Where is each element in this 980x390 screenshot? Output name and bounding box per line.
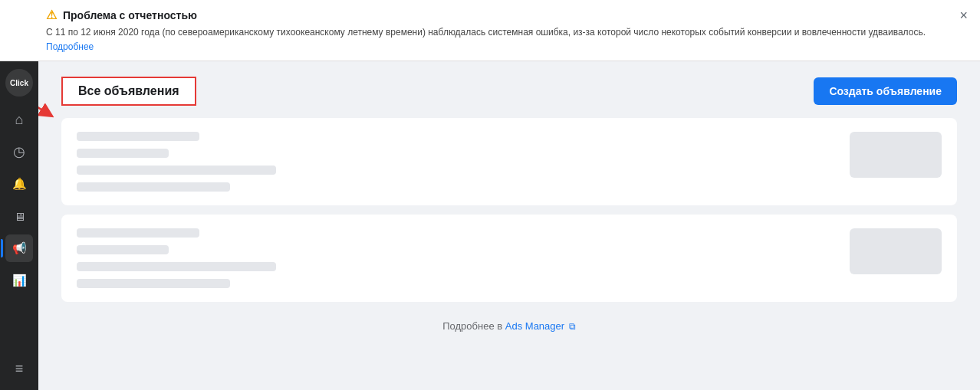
content-header: Все объявления Создать объявление bbox=[61, 77, 957, 106]
skeleton-line bbox=[77, 228, 199, 238]
title-wrapper: Все объявления bbox=[61, 77, 196, 106]
svg-line-0 bbox=[38, 75, 48, 113]
analytics-icon: 📊 bbox=[12, 274, 27, 287]
create-ad-button[interactable]: Создать объявление bbox=[814, 77, 957, 105]
sidebar-logo[interactable]: Click bbox=[5, 69, 33, 97]
sidebar-item-home[interactable]: ⌂ bbox=[5, 106, 33, 133]
skeleton-line bbox=[77, 149, 169, 158]
page-title: Все объявления bbox=[61, 77, 196, 106]
banner-close-button[interactable]: × bbox=[959, 8, 968, 24]
banner-link[interactable]: Подробнее bbox=[46, 41, 94, 52]
skeleton-line bbox=[77, 182, 230, 192]
sidebar-item-analytics[interactable]: 📊 bbox=[5, 267, 33, 294]
sidebar-item-notifications[interactable]: 🔔 bbox=[5, 170, 33, 198]
ad-card-1 bbox=[61, 118, 957, 205]
pages-icon: 🖥 bbox=[14, 210, 25, 223]
card-left-2 bbox=[77, 228, 834, 288]
history-icon: ◷ bbox=[13, 143, 25, 160]
warning-banner: ⚠ Проблема с отчетностью С 11 по 12 июня… bbox=[0, 0, 980, 61]
ads-icon: 📢 bbox=[12, 241, 27, 255]
sidebar: Click ⌂ ◷ 🔔 🖥 📢 📊 ≡ bbox=[0, 61, 38, 390]
footer: Подробнее в Ads Manager ⧉ bbox=[61, 311, 957, 335]
banner-text: С 11 по 12 июня 2020 года (по североамер… bbox=[46, 25, 928, 39]
home-icon: ⌂ bbox=[15, 112, 24, 128]
skeleton-line bbox=[77, 132, 199, 141]
card-right-2 bbox=[850, 228, 942, 274]
sidebar-logo-text: Click bbox=[10, 79, 28, 87]
sidebar-item-ads[interactable]: 📢 bbox=[5, 234, 33, 262]
red-arrow-annotation bbox=[38, 67, 63, 129]
card-left-1 bbox=[77, 132, 834, 192]
sidebar-item-pages[interactable]: 🖥 bbox=[5, 202, 33, 230]
footer-text: Подробнее в bbox=[442, 320, 505, 332]
bell-icon: 🔔 bbox=[12, 177, 27, 191]
sidebar-item-more[interactable]: ≡ bbox=[5, 355, 33, 382]
ads-manager-link[interactable]: Ads Manager bbox=[505, 320, 564, 332]
menu-icon: ≡ bbox=[15, 361, 24, 377]
warning-icon: ⚠ bbox=[46, 8, 57, 22]
sidebar-item-history[interactable]: ◷ bbox=[5, 138, 33, 166]
skeleton-line bbox=[77, 262, 276, 271]
skeleton-line bbox=[77, 245, 169, 254]
ad-card-2 bbox=[61, 215, 957, 302]
content-area: Все объявления Создать объявление bbox=[38, 61, 980, 390]
skeleton-line bbox=[77, 279, 230, 288]
skeleton-line bbox=[77, 166, 276, 175]
card-right-1 bbox=[850, 132, 942, 178]
main-layout: Click ⌂ ◷ 🔔 🖥 📢 📊 ≡ bbox=[0, 61, 980, 390]
external-link-icon: ⧉ bbox=[569, 321, 576, 332]
banner-title: ⚠ Проблема с отчетностью bbox=[46, 8, 965, 22]
